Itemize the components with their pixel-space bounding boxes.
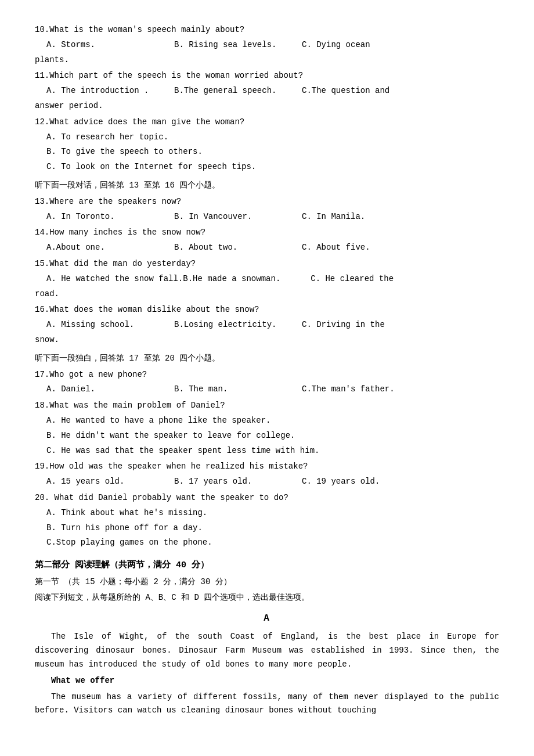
q11-continued: answer period.: [35, 99, 499, 113]
q17-text: 17.Who got a new phone?: [35, 368, 499, 382]
q16-option-a: A. Missing school.: [46, 318, 174, 332]
question-11: 11.Which part of the speech is the woman…: [35, 69, 499, 113]
q11-option-b: B.The general speech.: [174, 84, 302, 98]
q10-option-a: A. Storms.: [46, 38, 174, 52]
q17-options: A. Daniel. B. The man. C.The man's fathe…: [46, 383, 499, 397]
q14-text: 14.How many inches is the snow now?: [35, 226, 499, 240]
section-header-cn2: 听下面一段独白，回答第 17 至第 20 四个小题。: [35, 352, 499, 366]
q17-option-c: C.The man's father.: [302, 383, 499, 397]
question-18: 18.What was the main problem of Daniel? …: [35, 399, 499, 458]
q13-options: A. In Toronto. B. In Vancouver. C. In Ma…: [46, 210, 499, 224]
q14-option-b: B. About two.: [174, 241, 302, 255]
part2-intro: 阅读下列短文，从每题所给的 A、B、C 和 D 四个选项中，选出最佳选项。: [35, 591, 499, 605]
question-14: 14.How many inches is the snow now? A.Ab…: [35, 226, 499, 255]
q20-option-a: A. Think about what he's missing.: [46, 506, 499, 520]
q20-text: 20. What did Daniel probably want the sp…: [35, 491, 499, 505]
q10-options: A. Storms. B. Rising sea levels. C. Dyin…: [46, 38, 499, 52]
q12-option-a: A. To research her topic.: [46, 131, 499, 145]
q14-option-a: A.About one.: [46, 241, 174, 255]
q14-option-c: C. About five.: [302, 241, 499, 255]
question-20: 20. What did Daniel probably want the sp…: [35, 491, 499, 550]
q10-continued: plants.: [35, 53, 499, 67]
q16-options: A. Missing school. B.Losing electricity.…: [46, 318, 499, 332]
q19-option-b: B. 17 years old.: [174, 475, 302, 489]
question-19: 19.How old was the speaker when he reali…: [35, 460, 499, 489]
part2-title: 第二部分 阅读理解（共两节，满分 40 分）: [35, 558, 499, 573]
question-12: 12.What advice does the man give the wom…: [35, 116, 499, 174]
question-13: 13.Where are the speakers now? A. In Tor…: [35, 195, 499, 224]
q17-option-b: B. The man.: [174, 383, 302, 397]
q10-option-c: C. Dying ocean: [302, 38, 499, 52]
q16-option-b: B.Losing electricity.: [174, 318, 302, 332]
q18-text: 18.What was the main problem of Daniel?: [35, 399, 499, 413]
q15-option-c: C. He cleared the: [311, 272, 499, 286]
q19-options: A. 15 years old. B. 17 years old. C. 19 …: [46, 475, 499, 489]
q11-option-a: A. The introduction .: [46, 84, 174, 98]
q15-options: A. He watched the snow fall. B.He made a…: [46, 272, 499, 286]
q13-option-a: A. In Toronto.: [46, 210, 174, 224]
q16-text: 16.What does the woman dislike about the…: [35, 303, 499, 317]
q16-continued: snow.: [35, 333, 499, 347]
question-10: 10.What is the woman's speech mainly abo…: [35, 23, 499, 67]
q15-continued: road.: [35, 287, 499, 301]
q12-option-b: B. To give the speech to others.: [46, 145, 499, 159]
q19-option-c: C. 19 years old.: [302, 475, 499, 489]
q10-option-b: B. Rising sea levels.: [174, 38, 302, 52]
question-16: 16.What does the woman dislike about the…: [35, 303, 499, 347]
q16-option-c: C. Driving in the: [302, 318, 499, 332]
q18-option-c: C. He was sad that the speaker spent les…: [46, 444, 499, 458]
q20-option-c: C.Stop playing games on the phone.: [46, 536, 499, 550]
q17-option-a: A. Daniel.: [46, 383, 174, 397]
q15-option-b: B.He made a snowman.: [183, 272, 311, 286]
q19-option-a: A. 15 years old.: [46, 475, 174, 489]
q12-text: 12.What advice does the man give the wom…: [35, 116, 499, 129]
passage-a-p2: The museum has a variety of different fo…: [35, 690, 499, 718]
section-header-cn: 听下面一段对话，回答第 13 至第 16 四个小题。: [35, 179, 499, 193]
part2-header: 第二部分 阅读理解（共两节，满分 40 分） 第一节 （共 15 小题；每小题 …: [35, 558, 499, 605]
q18-option-a: A. He wanted to have a phone like the sp…: [46, 414, 499, 428]
q13-option-c: C. In Manila.: [302, 210, 499, 224]
question-15: 15.What did the man do yesterday? A. He …: [35, 257, 499, 301]
q11-text: 11.Which part of the speech is the woman…: [35, 69, 499, 83]
q11-options: A. The introduction . B.The general spee…: [46, 84, 499, 98]
q10-text: 10.What is the woman's speech mainly abo…: [35, 23, 499, 37]
part2-section1: 第一节 （共 15 小题；每小题 2 分，满分 30 分）: [35, 575, 499, 589]
question-17: 17.Who got a new phone? A. Daniel. B. Th…: [35, 368, 499, 397]
q13-option-b: B. In Vancouver.: [174, 210, 302, 224]
q14-options: A.About one. B. About two. C. About five…: [46, 241, 499, 255]
passage-a-title: A: [35, 611, 499, 627]
q19-text: 19.How old was the speaker when he reali…: [35, 460, 499, 474]
passage-a-p1: The Isle of Wight, of the south Coast of…: [35, 630, 499, 671]
q11-option-c: C.The question and: [302, 84, 499, 98]
q15-text: 15.What did the man do yesterday?: [35, 257, 499, 271]
q20-option-b: B. Turn his phone off for a day.: [46, 521, 499, 535]
q12-option-c: C. To look on the Internet for speech ti…: [46, 160, 499, 174]
q13-text: 13.Where are the speakers now?: [35, 195, 499, 209]
q15-option-a: A. He watched the snow fall.: [46, 272, 183, 286]
q18-option-b: B. He didn't want the speaker to leave f…: [46, 429, 499, 443]
passage-a-subheading: What we offer: [35, 674, 499, 688]
